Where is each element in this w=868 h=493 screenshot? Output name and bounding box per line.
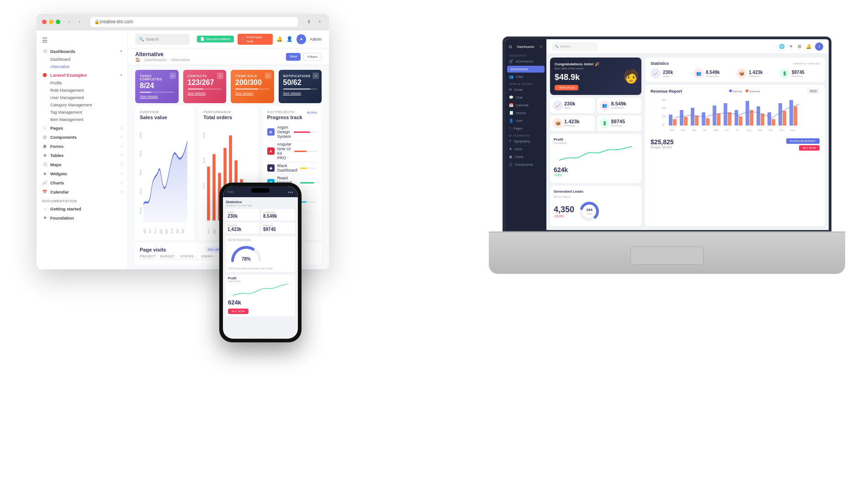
forward-icon[interactable]: ›	[76, 18, 83, 26]
sidebar-item-tag[interactable]: Tag Management	[37, 109, 127, 116]
stat-progress-tasks	[140, 92, 174, 93]
svg-text:20: 20	[203, 156, 205, 165]
sidebar-item-dashboard[interactable]: Dashboard	[37, 56, 127, 63]
user-icon: 👤	[509, 119, 513, 123]
customers-stat-label: Customers	[611, 106, 627, 109]
hamburger-icon[interactable]: ☰	[37, 34, 127, 47]
laptop-item-user[interactable]: 👤 User	[505, 117, 546, 125]
laptop-translate-icon[interactable]: 🌐	[779, 44, 784, 49]
purchase-button[interactable]: 🛒 Purchase now	[238, 34, 273, 45]
stat-card-items: × Items sold 200/300 See details	[231, 70, 274, 103]
address-bar[interactable]: 🔒 creative-tim.com	[90, 17, 298, 27]
sidebar-item-tables[interactable]: ⊞ Tables ›	[37, 151, 127, 160]
share-icon[interactable]: ⬆	[305, 18, 312, 26]
admin-avatar[interactable]: A	[296, 34, 307, 44]
filters-button[interactable]: Filters	[303, 53, 322, 61]
svg-text:Oct: Oct	[769, 129, 773, 131]
maps-icon: ⬡	[42, 162, 48, 167]
docs-button[interactable]: 📄 Documentation	[197, 36, 234, 42]
settings-icon[interactable]: ⚙	[540, 45, 543, 49]
sidebar-item-widgets[interactable]: ◈ Widgets ›	[37, 169, 127, 178]
sidebar-group-dashboards[interactable]: ⬡ Dashboards ▾	[37, 47, 127, 56]
breadcrumb: 🏠 - Dashboards - Alternative	[135, 58, 190, 62]
laptop-theme-icon[interactable]: ☀	[789, 44, 793, 49]
ecommerce-icon: 🛒	[509, 59, 513, 63]
stat-box-customers: 👥 8.549k Customers	[693, 68, 734, 79]
stat-link-contacts[interactable]: See details	[188, 91, 222, 95]
stat-progress-contacts	[188, 89, 222, 89]
laptop-item-email[interactable]: ✉ Email	[505, 86, 546, 94]
chevron-icon: ›	[121, 181, 122, 185]
pages-icon: □	[42, 125, 48, 131]
stat-link-items[interactable]: See details	[235, 91, 270, 95]
laptop-search-box[interactable]: 🔍 Search...	[552, 42, 598, 51]
user-label: User	[516, 119, 523, 122]
laptop-item-typography[interactable]: T Typography	[505, 137, 546, 145]
progress-track-title: Progress track	[267, 115, 302, 120]
svg-rect-56	[746, 101, 749, 126]
sidebar-item-user[interactable]: User Management	[37, 94, 127, 101]
svg-rect-69	[761, 114, 764, 126]
laptop-item-invoice[interactable]: 🧾 Invoice	[505, 109, 546, 117]
laptop-item-calendar[interactable]: 📅 Calendar	[505, 101, 546, 109]
sidebar-item-forms[interactable]: ▣ Forms ›	[37, 142, 127, 151]
add-tab-icon[interactable]: +	[316, 18, 323, 26]
sidebar-item-components[interactable]: ◫ Components ›	[37, 132, 127, 142]
search-box[interactable]: 🔍 Search	[135, 34, 190, 45]
orders-chart-title: Total orders	[203, 115, 253, 120]
svg-text:Sep: Sep	[165, 227, 168, 234]
browser-dots	[42, 20, 60, 24]
maximize-dot[interactable]	[56, 20, 60, 24]
laptop-item-ecommerce-active[interactable]: eCommerce	[507, 66, 545, 73]
laptop-item-crm[interactable]: 👥 CRM	[505, 73, 546, 81]
new-button[interactable]: New	[286, 53, 301, 61]
invoice-icon: 🧾	[509, 111, 513, 115]
laptop-item-pages[interactable]: □ Pages	[505, 125, 546, 132]
increase-budget-button[interactable]: INCREASE BUDGET	[786, 138, 820, 144]
buy-now-button[interactable]: BUY NOW	[799, 145, 820, 151]
stat-link-tasks[interactable]: See details	[140, 94, 174, 99]
sidebar-item-role[interactable]: Role Management	[37, 87, 127, 94]
argon-icon: B	[267, 128, 275, 136]
laptop-item-ecommerce[interactable]: 🛒 eCommerce	[505, 58, 546, 65]
sidebar-item-profile[interactable]: Profile	[37, 79, 127, 87]
sidebar-item-item[interactable]: Item Management	[37, 116, 127, 123]
view-sales-button[interactable]: VIEW SALES	[555, 85, 578, 90]
svg-rect-51	[691, 108, 694, 126]
stat-value-tasks: 8/24	[140, 82, 174, 90]
progress-action-button[interactable]: Action	[307, 110, 317, 115]
sidebar-item-maps[interactable]: ⬡ Maps ›	[37, 160, 127, 169]
phone-stat-revenue-value: $9745	[263, 227, 293, 232]
laptop-avatar[interactable]: J	[815, 42, 823, 51]
sidebar-item-foundation[interactable]: ❖ Foundation	[37, 213, 127, 222]
laptop-item-icons[interactable]: ★ Icons	[505, 145, 546, 153]
svg-text:Jun: Jun	[725, 129, 729, 131]
typography-label: Typography	[513, 140, 530, 143]
revenue-budget: Budget: $6,800	[651, 146, 674, 149]
progress-item-black: ◈ Black Dashboard	[267, 162, 317, 174]
sidebar-item-pages[interactable]: □ Pages ›	[37, 123, 127, 132]
svg-rect-65	[717, 114, 720, 126]
phone-buy-button[interactable]: BUY NOW	[228, 309, 249, 314]
sidebar-group-laravel[interactable]: 🔴 Laravel Examples ▾	[37, 70, 127, 79]
notification-icon[interactable]: 🔔	[276, 36, 283, 42]
back-icon[interactable]: ‹	[66, 18, 73, 26]
sidebar-item-getting-started[interactable]: ♪ Getting started	[37, 204, 127, 213]
stat-products-label: Products	[749, 75, 763, 78]
stat-link-notifications[interactable]: See details	[283, 91, 318, 95]
svg-text:May: May	[143, 227, 146, 234]
laptop-notification-icon[interactable]: 🔔	[806, 44, 811, 49]
year-select[interactable]: 2022	[807, 89, 820, 94]
laptop-grid-icon[interactable]: ⊞	[798, 44, 801, 49]
sidebar-item-charts[interactable]: 📈 Charts ›	[37, 178, 127, 187]
close-dot[interactable]	[42, 20, 47, 24]
sidebar-item-calendar[interactable]: 📅 Calendar ›	[37, 187, 127, 196]
laptop-item-cards[interactable]: ▣ Cards	[505, 153, 546, 161]
minimize-dot[interactable]	[49, 20, 53, 24]
svg-rect-63	[695, 115, 699, 126]
laptop-item-components[interactable]: ◫ Components	[505, 161, 546, 168]
user-icon[interactable]: 👤	[286, 36, 293, 42]
laptop-item-chat[interactable]: 💬 Chat	[505, 94, 546, 101]
sidebar-item-category[interactable]: Category Management	[37, 101, 127, 109]
sidebar-item-alternative[interactable]: Alternative	[37, 63, 127, 70]
